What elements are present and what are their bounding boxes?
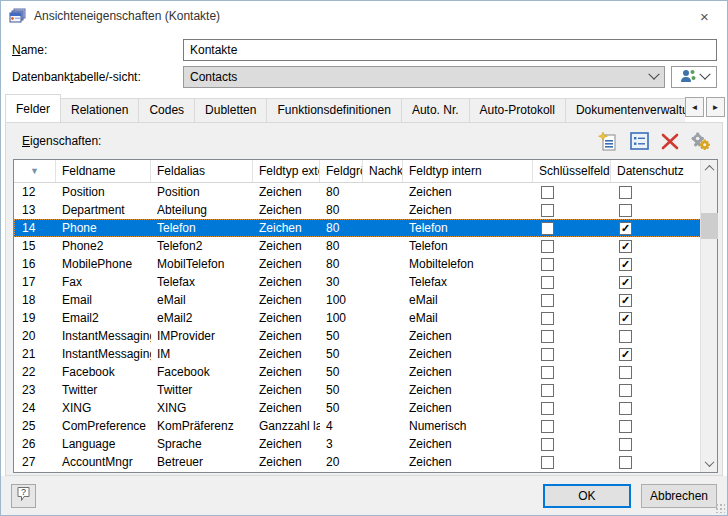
schluesselfeld-checkbox[interactable] [541, 258, 554, 271]
field-properties-button[interactable] [628, 131, 650, 151]
table-row-24[interactable]: 24XINGXINGZeichen50Zeichen [14, 399, 717, 417]
datenschutz-checkbox[interactable]: ✓ [619, 240, 632, 253]
table-row-20[interactable]: 20InstantMessagingIMProviderZeichen50Zei… [14, 327, 717, 345]
new-field-button[interactable] [597, 131, 619, 151]
table-row-25[interactable]: 25ComPreferenceKomPräferenzGanzzahl lang… [14, 417, 717, 435]
datenschutz-checkbox[interactable]: ✓ [619, 222, 632, 235]
column-header-datenschutz[interactable]: Datenschutz [611, 160, 702, 182]
cell-nachkommastellen [363, 237, 403, 255]
tab-strip: FelderRelationenCodesDublettenFunktionsd… [1, 93, 727, 122]
table-row-12[interactable]: 12PositionPositionZeichen80Zeichen [14, 183, 717, 201]
db-table-combobox[interactable]: Contacts [183, 66, 665, 88]
datenschutz-checkbox[interactable] [619, 438, 632, 451]
schluesselfeld-checkbox[interactable] [541, 456, 554, 469]
datenschutz-checkbox[interactable]: ✓ [619, 294, 632, 307]
schluesselfeld-checkbox[interactable] [541, 222, 554, 235]
schluesselfeld-checkbox[interactable] [541, 276, 554, 289]
schluesselfeld-checkbox[interactable] [541, 366, 554, 379]
datenschutz-checkbox[interactable] [619, 456, 632, 469]
tab-auto-nr[interactable]: Auto. Nr. [402, 98, 470, 122]
schluesselfeld-checkbox[interactable] [541, 312, 554, 325]
table-row-23[interactable]: 23TwitterTwitterZeichen50Zeichen [14, 381, 717, 399]
datenschutz-checkbox[interactable] [619, 330, 632, 343]
schluesselfeld-checkbox[interactable] [541, 330, 554, 343]
help-button[interactable]: ? [11, 484, 36, 508]
column-header-schlüsselfeld[interactable]: Schlüsselfeld [533, 160, 611, 182]
datenschutz-checkbox[interactable] [619, 420, 632, 433]
delete-x-icon[interactable] [659, 131, 681, 151]
schluesselfeld-checkbox[interactable] [541, 294, 554, 307]
column-header-feldtyp-extern[interactable]: Feldtyp extern [253, 160, 320, 182]
cell-row-number: 19 [14, 309, 56, 327]
tab-felder[interactable]: Felder [5, 94, 61, 122]
cell-feldalias: Telefax [151, 273, 253, 291]
table-row-18[interactable]: 18EmaileMailZeichen100eMail✓ [14, 291, 717, 309]
name-input[interactable] [183, 39, 717, 61]
cell-row-number: 12 [14, 183, 56, 201]
schluesselfeld-checkbox[interactable] [541, 420, 554, 433]
table-row-15[interactable]: 15Phone2Telefon2Zeichen80Telefon✓ [14, 237, 717, 255]
tab-relationen[interactable]: Relationen [61, 98, 139, 122]
column-header-feldtyp-intern[interactable]: Feldtyp intern [403, 160, 533, 182]
column-header-feldgröße[interactable]: Feldgröße [320, 160, 363, 182]
column-header-feldname[interactable]: Feldname [56, 160, 151, 182]
tab-codes[interactable]: Codes [139, 98, 195, 122]
datenschutz-cell [611, 327, 702, 345]
table-row-13[interactable]: 13DepartmentAbteilungZeichen80Zeichen [14, 201, 717, 219]
cell-feldalias: Telefon [151, 219, 253, 237]
schluesselfeld-checkbox[interactable] [541, 402, 554, 415]
datenschutz-checkbox[interactable] [619, 204, 632, 217]
resize-grip[interactable] [715, 503, 725, 513]
scroll-up-icon[interactable] [701, 160, 717, 177]
cell-feldname: Email [56, 291, 151, 309]
schluesselfeld-checkbox[interactable] [541, 240, 554, 253]
tab-auto-protokoll[interactable]: Auto-Protokoll [470, 98, 566, 122]
cancel-button[interactable]: Abbrechen [641, 484, 717, 508]
schluesselfeld-cell [533, 417, 611, 435]
column-header-nachkommastellen[interactable]: Nachkommastellen [363, 160, 403, 182]
column-header-feldalias[interactable]: Feldalias [151, 160, 253, 182]
datenschutz-checkbox[interactable] [619, 186, 632, 199]
table-row-17[interactable]: 17FaxTelefaxZeichen30Telefax✓ [14, 273, 717, 291]
gears-icon[interactable] [690, 131, 712, 151]
scrollbar-thumb[interactable] [701, 213, 718, 239]
datenschutz-checkbox[interactable]: ✓ [619, 312, 632, 325]
schluesselfeld-checkbox[interactable] [541, 186, 554, 199]
table-row-21[interactable]: 21InstantMessagingIMZeichen50Zeichen✓ [14, 345, 717, 363]
cell-feldgroesse: 80 [320, 219, 363, 237]
cell-row-number: 20 [14, 327, 56, 345]
datenschutz-cell [611, 399, 702, 417]
tab-scroll-right-button[interactable]: ► [706, 97, 725, 117]
scroll-down-icon[interactable] [701, 455, 717, 472]
datenschutz-checkbox[interactable] [619, 366, 632, 379]
cell-row-number: 18 [14, 291, 56, 309]
cell-feldtyp-extern: Zeichen [253, 219, 320, 237]
datenschutz-cell: ✓ [611, 219, 702, 237]
vertical-scrollbar[interactable] [700, 160, 717, 472]
table-row-26[interactable]: 26LanguageSpracheZeichen3Zeichen [14, 435, 717, 453]
datenschutz-checkbox[interactable]: ✓ [619, 258, 632, 271]
table-row-22[interactable]: 22FacebookFacebookZeichen50Zeichen [14, 363, 717, 381]
table-row-14[interactable]: 14PhoneTelefonZeichen80Telefon✓ [14, 219, 717, 237]
tab-dubletten[interactable]: Dubletten [195, 98, 267, 122]
cell-feldtyp-intern: Zeichen [403, 399, 533, 417]
table-row-19[interactable]: 19Email2eMail2Zeichen100eMail✓ [14, 309, 717, 327]
datenschutz-checkbox[interactable] [619, 384, 632, 397]
schluesselfeld-checkbox[interactable] [541, 438, 554, 451]
table-row-16[interactable]: 16MobilePhoneMobilTelefonZeichen80Mobilt… [14, 255, 717, 273]
contacts-menu-button[interactable] [671, 66, 717, 88]
cell-row-number: 13 [14, 201, 56, 219]
datenschutz-checkbox[interactable]: ✓ [619, 276, 632, 289]
tab-scroll-left-button[interactable]: ◄ [685, 97, 704, 117]
tab-dokumentenverwaltung[interactable]: Dokumentenverwaltung [566, 98, 685, 122]
datenschutz-checkbox[interactable]: ✓ [619, 348, 632, 361]
column-header-sort[interactable]: ▼ [14, 160, 56, 182]
ok-button[interactable]: OK [543, 484, 631, 508]
schluesselfeld-checkbox[interactable] [541, 204, 554, 217]
close-icon[interactable]: × [682, 2, 727, 31]
table-row-27[interactable]: 27AccountMngrBetreuerZeichen20Zeichen [14, 453, 717, 471]
tab-funktionsdefinitionen[interactable]: Funktionsdefinitionen [267, 98, 401, 122]
schluesselfeld-checkbox[interactable] [541, 384, 554, 397]
datenschutz-checkbox[interactable] [619, 402, 632, 415]
schluesselfeld-checkbox[interactable] [541, 348, 554, 361]
